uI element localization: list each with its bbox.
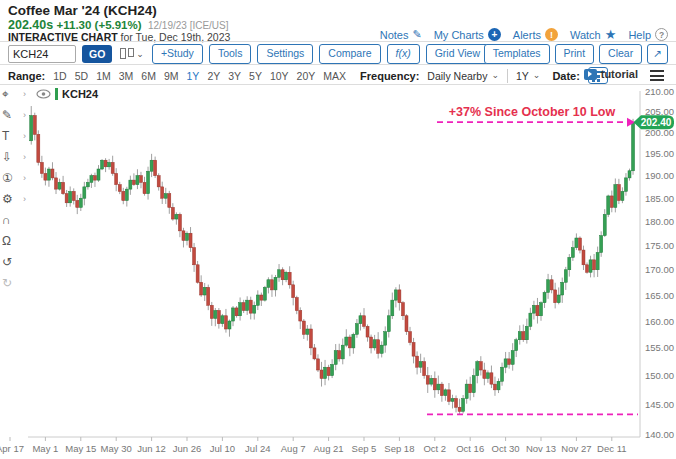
date-label: Date: — [552, 70, 580, 82]
my-charts-link[interactable]: My Charts + — [434, 28, 501, 41]
header-links: Notes ✎ My Charts + Alerts ! Watch ★ Hel… — [380, 27, 668, 42]
candlestick-type-icon — [120, 48, 126, 59]
divider — [0, 64, 676, 65]
divider — [507, 69, 508, 83]
last-price-badge-text: 202.40 — [641, 117, 672, 128]
range-3y[interactable]: 3Y — [228, 70, 241, 82]
compare-button[interactable]: Compare — [319, 44, 380, 64]
menu-icon[interactable] — [650, 70, 664, 84]
range-9m[interactable]: 9M — [164, 70, 179, 82]
x-axis-label: Nov 27 — [561, 443, 591, 454]
quote-line: 202.40s +11.30 (+5.91%) 12/19/23 [ICE/US… — [8, 18, 229, 32]
y-axis-label: 155.00 — [645, 342, 674, 353]
candlestick-chart[interactable]: 140.00145.00150.00155.00160.00165.00170.… — [0, 84, 676, 459]
y-axis-label: 195.00 — [645, 148, 674, 159]
x-axis-label: Jul 24 — [245, 443, 270, 454]
tutorial-link[interactable]: tutorial — [584, 68, 638, 80]
quote-date: 12/19/23 [ICE/US] — [148, 20, 229, 31]
y-axis-label: 180.00 — [645, 216, 674, 227]
x-axis-label: Aug 21 — [314, 443, 344, 454]
expand-button[interactable]: ↗ — [647, 44, 668, 64]
range-max[interactable]: MAX — [323, 70, 346, 82]
y-axis-label: 185.00 — [645, 193, 674, 204]
frequency-label: Frequency: — [360, 70, 419, 82]
alerts-link[interactable]: Alerts ! — [513, 28, 558, 41]
expand-icon: ↗ — [653, 47, 662, 59]
x-axis-label: May 30 — [101, 443, 132, 454]
y-axis-label: 140.00 — [645, 429, 674, 440]
x-axis-label: Aug 7 — [281, 443, 306, 454]
notes-link[interactable]: Notes ✎ — [380, 28, 422, 41]
range-10y[interactable]: 10Y — [270, 70, 289, 82]
y-axis-label: 165.00 — [645, 290, 674, 301]
page-title: Coffee Mar '24 (KCH24) — [8, 3, 157, 18]
toolbar-buttons: +StudyToolsSettingsComparef(x)Grid View — [152, 44, 489, 64]
price-change: +11.30 (+5.91%) — [57, 19, 142, 31]
x-axis-label: Oct 30 — [492, 443, 520, 454]
range-options: 1D5D1M3M6M9M1Y2Y3Y5Y10Y20YMAX — [53, 70, 346, 82]
chart-action-buttons: TemplatesPrintClear ↗ — [484, 44, 668, 64]
chevron-down-icon: ⌄ — [136, 50, 144, 59]
period-dropdown[interactable]: 1Y ⌄ — [516, 70, 540, 82]
x-axis-label: Sep 5 — [352, 443, 377, 454]
y-axis-label: 210.00 — [645, 86, 674, 97]
y-axis-label: 190.00 — [645, 170, 674, 181]
help-icon: ? — [655, 28, 668, 41]
chart-toolbar: GO ⌄ +StudyToolsSettingsComparef(x)Grid … — [8, 44, 489, 64]
tutorial-video-icon — [584, 69, 597, 80]
chevron-down-icon: ⌄ — [533, 71, 541, 80]
range-1m[interactable]: 1M — [96, 70, 111, 82]
range-6m[interactable]: 6M — [141, 70, 156, 82]
frequency-dropdown[interactable]: Daily Nearby ⌄ — [427, 70, 499, 82]
print-button[interactable]: Print — [555, 44, 595, 64]
x-axis-label: Jun 26 — [173, 443, 202, 454]
range-5d[interactable]: 5D — [75, 70, 88, 82]
range-20y[interactable]: 20Y — [297, 70, 316, 82]
range-5y[interactable]: 5Y — [249, 70, 262, 82]
range-2y[interactable]: 2Y — [207, 70, 220, 82]
x-axis-label: Oct 16 — [456, 443, 484, 454]
chart-type-dropdown[interactable]: ⌄ — [118, 48, 146, 59]
annotation-text[interactable]: +37% Since October 10 Low — [449, 105, 616, 119]
legend-color-bar — [55, 88, 58, 100]
star-icon: ★ — [605, 27, 617, 42]
alert-icon: ! — [545, 28, 558, 41]
right-buttons: TemplatesPrintClear — [484, 44, 643, 64]
clear-button[interactable]: Clear — [599, 44, 642, 64]
go-button[interactable]: GO — [82, 45, 112, 63]
barchart-interactive-chart-app: Coffee Mar '24 (KCH24) 202.40s +11.30 (+… — [0, 0, 676, 459]
x-axis-label: May 1 — [32, 443, 58, 454]
fx-button[interactable]: f(x) — [387, 44, 420, 64]
x-axis-label: May 15 — [65, 443, 96, 454]
watch-link[interactable]: Watch ★ — [570, 27, 616, 42]
settings-button[interactable]: Settings — [257, 44, 313, 64]
x-axis-label: Oct 2 — [423, 443, 446, 454]
range-3m[interactable]: 3M — [119, 70, 134, 82]
x-axis-label: Jun 12 — [137, 443, 166, 454]
study-button[interactable]: +Study — [152, 44, 203, 64]
symbol-input[interactable] — [8, 45, 76, 63]
y-axis-label: 145.00 — [645, 399, 674, 410]
note-pencil-icon: ✎ — [412, 28, 421, 41]
plus-circle-icon: + — [488, 28, 501, 41]
tools-button[interactable]: Tools — [209, 44, 252, 64]
range-bar: Range: 1D5D1M3M6M9M1Y2Y3Y5Y10Y20YMAX Fre… — [8, 67, 608, 84]
candles — [30, 106, 635, 414]
range-label: Range: — [8, 70, 45, 82]
candlestick-type-icon — [128, 48, 134, 57]
x-axis-label: Jul 10 — [210, 443, 235, 454]
help-link[interactable]: Help ? — [628, 28, 668, 41]
x-axis-label: Dec 11 — [597, 443, 626, 454]
grid-view-button[interactable]: Grid View — [426, 44, 489, 64]
range-1y[interactable]: 1Y — [187, 70, 200, 82]
x-axis-label: Apr 17 — [0, 443, 24, 454]
y-axis-label: 160.00 — [645, 316, 674, 327]
x-axis-label: Sep 18 — [384, 443, 414, 454]
y-axis-label: 150.00 — [645, 370, 674, 381]
eye-icon[interactable] — [36, 89, 51, 99]
y-axis-label: 175.00 — [645, 240, 674, 251]
y-axis-label: 170.00 — [645, 264, 674, 275]
templates-button[interactable]: Templates — [484, 44, 550, 64]
range-1d[interactable]: 1D — [53, 70, 66, 82]
chart-legend: KCH24 — [36, 88, 98, 100]
